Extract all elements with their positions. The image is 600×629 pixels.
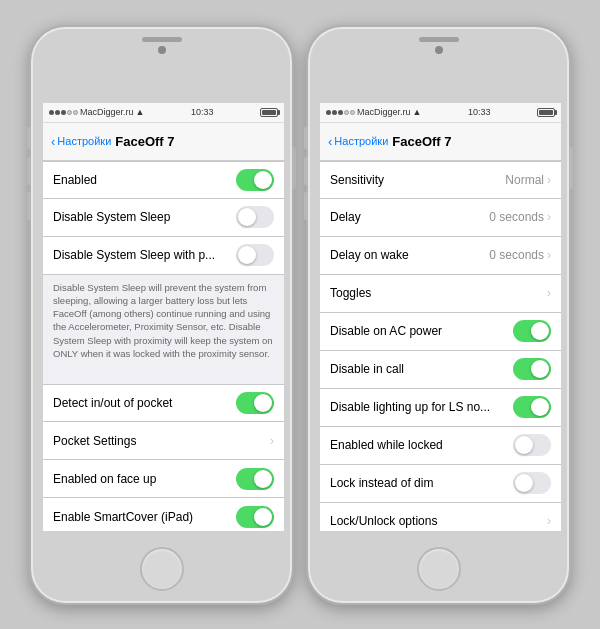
signal-dot-4: [67, 110, 72, 115]
power-button-2[interactable]: [569, 147, 573, 189]
signal-dot2-3: [338, 110, 343, 115]
status-bar-2: MacDigger.ru ▲ 10:33: [320, 103, 561, 123]
carrier-name-2: MacDigger.ru: [357, 107, 411, 117]
item-lock-dim: Lock instead of dim: [320, 465, 561, 503]
front-camera-2: [435, 46, 443, 54]
volume-down-button-2[interactable]: [304, 192, 308, 220]
item-label-smartcover: Enable SmartCover (iPad): [53, 510, 193, 524]
back-arrow-icon-1: ‹: [51, 134, 55, 149]
toggle-disable-ac[interactable]: [513, 320, 551, 342]
toggle-enabled-locked[interactable]: [513, 434, 551, 456]
item-label-enabled-locked: Enabled while locked: [330, 438, 443, 452]
speaker: [142, 37, 182, 42]
toggle-lock-dim[interactable]: [513, 472, 551, 494]
screen-2: MacDigger.ru ▲ 10:33 ‹ Настройки: [320, 103, 561, 531]
item-label-sensitivity: Sensitivity: [330, 173, 384, 187]
item-label-lock-unlock: Lock/Unlock options: [330, 514, 437, 528]
signal-dot-5: [73, 110, 78, 115]
item-label-detect-pocket: Detect in/out of pocket: [53, 396, 172, 410]
item-label-disable-call: Disable in call: [330, 362, 404, 376]
chevron-icon-pocket: ›: [270, 434, 274, 448]
wifi-icon-2: ▲: [413, 107, 422, 117]
section-pocket-1: Detect in/out of pocket Pocket Settings …: [43, 384, 284, 530]
carrier-name-1: MacDigger.ru: [80, 107, 134, 117]
item-label-disable-ac: Disable on AC power: [330, 324, 442, 338]
item-label-disable-sleep-prox: Disable System Sleep with p...: [53, 248, 215, 262]
home-button-1[interactable]: [140, 547, 184, 591]
back-label-1: Настройки: [57, 135, 111, 147]
time-2: 10:33: [468, 107, 491, 117]
delay-wake-value: 0 seconds: [489, 248, 544, 262]
item-disable-ac: Disable on AC power: [320, 313, 561, 351]
toggle-detect-pocket[interactable]: [236, 392, 274, 414]
item-delay-wake[interactable]: Delay on wake 0 seconds ›: [320, 237, 561, 275]
item-disable-sleep-prox: Disable System Sleep with p...: [43, 237, 284, 275]
phone-top: [31, 27, 292, 103]
toggle-smartcover[interactable]: [236, 506, 274, 528]
item-pocket-settings[interactable]: Pocket Settings ›: [43, 422, 284, 460]
chevron-toggles: ›: [547, 286, 551, 300]
item-toggles[interactable]: Toggles ›: [320, 275, 561, 313]
item-disable-sleep: Disable System Sleep: [43, 199, 284, 237]
home-button-2[interactable]: [417, 547, 461, 591]
item-detect-pocket: Detect in/out of pocket: [43, 384, 284, 422]
item-smartcover: Enable SmartCover (iPad): [43, 498, 284, 530]
item-label-face-up: Enabled on face up: [53, 472, 156, 486]
delay-value: 0 seconds: [489, 210, 544, 224]
back-button-2[interactable]: ‹ Настройки: [328, 134, 388, 149]
chevron-sensitivity: ›: [547, 173, 551, 187]
item-label-delay-wake: Delay on wake: [330, 248, 409, 262]
sensitivity-value: Normal: [505, 173, 544, 187]
volume-up-button[interactable]: [27, 157, 31, 185]
toggle-disable-sleep[interactable]: [236, 206, 274, 228]
toggle-disable-lighting[interactable]: [513, 396, 551, 418]
battery-2: [537, 108, 555, 117]
volume-down-button[interactable]: [27, 192, 31, 220]
back-arrow-icon-2: ‹: [328, 134, 332, 149]
back-label-2: Настройки: [334, 135, 388, 147]
item-label-pocket-settings: Pocket Settings: [53, 434, 136, 448]
phone-1: MacDigger.ru ▲ 10:33 ‹ Настройки: [29, 25, 294, 605]
item-face-up: Enabled on face up: [43, 460, 284, 498]
volume-up-button-2[interactable]: [304, 157, 308, 185]
item-label-lock-dim: Lock instead of dim: [330, 476, 433, 490]
item-label-enabled: Enabled: [53, 173, 97, 187]
mute-button[interactable]: [27, 127, 31, 149]
speaker-2: [419, 37, 459, 42]
signal-dot2-4: [344, 110, 349, 115]
chevron-lock-unlock: ›: [547, 514, 551, 528]
back-button-1[interactable]: ‹ Настройки: [51, 134, 111, 149]
toggle-enabled[interactable]: [236, 169, 274, 191]
item-enabled-locked: Enabled while locked: [320, 427, 561, 465]
power-button[interactable]: [292, 147, 296, 189]
wifi-icon-1: ▲: [136, 107, 145, 117]
description-text-1: Disable System Sleep will prevent the sy…: [43, 275, 284, 367]
signal-dot2-2: [332, 110, 337, 115]
item-lock-unlock[interactable]: Lock/Unlock options ›: [320, 503, 561, 531]
toggle-disable-sleep-prox[interactable]: [236, 244, 274, 266]
section-main-1: Enabled Disable System Sleep Disable Sys…: [43, 161, 284, 275]
item-enabled: Enabled: [43, 161, 284, 199]
item-disable-lighting: Disable lighting up for LS no...: [320, 389, 561, 427]
front-camera: [158, 46, 166, 54]
nav-bar-2: ‹ Настройки FaceOff 7: [320, 123, 561, 161]
page-title-2: FaceOff 7: [392, 134, 451, 149]
item-delay[interactable]: Delay 0 seconds ›: [320, 199, 561, 237]
time-1: 10:33: [191, 107, 214, 117]
section-gap-1: [43, 366, 284, 384]
battery-1: [260, 108, 278, 117]
item-sensitivity[interactable]: Sensitivity Normal ›: [320, 161, 561, 199]
toggle-disable-call[interactable]: [513, 358, 551, 380]
item-label-disable-lighting: Disable lighting up for LS no...: [330, 400, 490, 414]
signal-dot-2: [55, 110, 60, 115]
signal-dot2-1: [326, 110, 331, 115]
item-label-disable-sleep: Disable System Sleep: [53, 210, 170, 224]
item-label-toggles: Toggles: [330, 286, 371, 300]
item-disable-call: Disable in call: [320, 351, 561, 389]
signal-dot2-5: [350, 110, 355, 115]
mute-button-2[interactable]: [304, 127, 308, 149]
toggle-face-up[interactable]: [236, 468, 274, 490]
signal-dot-1: [49, 110, 54, 115]
nav-bar-1: ‹ Настройки FaceOff 7: [43, 123, 284, 161]
status-bar-1: MacDigger.ru ▲ 10:33: [43, 103, 284, 123]
